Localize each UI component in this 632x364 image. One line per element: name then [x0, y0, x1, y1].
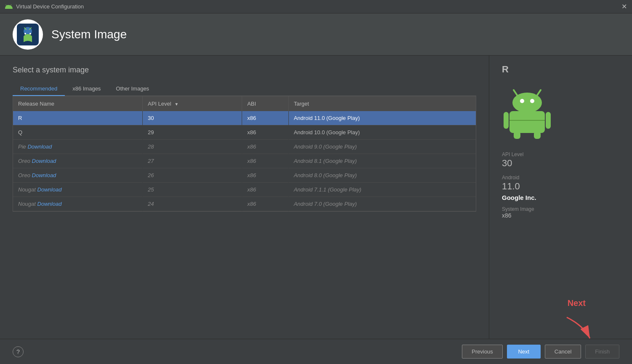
cell-api-1: 29 — [143, 125, 242, 140]
vendor-value: Google Inc. — [502, 194, 536, 201]
sort-arrow-icon: ▼ — [174, 102, 179, 106]
download-link-2[interactable]: Download — [27, 143, 52, 150]
cell-api-4: 26 — [143, 168, 242, 183]
system-image-table: Release Name API Level ▼ ABI Target — [13, 96, 476, 212]
footer-right: Next Previous Next Cancel Finish — [462, 345, 619, 359]
right-panel: R — [489, 56, 632, 339]
footer-left: ? — [13, 346, 24, 357]
cell-target-0: Android 11.0 (Google Play) — [288, 111, 476, 125]
cell-target-2: Android 9.0 (Google Play) — [288, 140, 476, 154]
cancel-button[interactable]: Cancel — [545, 345, 581, 359]
cell-target-4: Android 8.0 (Google Play) — [288, 168, 476, 183]
content-area: Select a system image Recommended x86 Im… — [0, 56, 632, 339]
page-title: System Image — [51, 28, 127, 41]
cell-release-0: R — [13, 111, 143, 125]
release-badge: R — [502, 64, 509, 75]
table-body: R30x86Android 11.0 (Google Play)Q29x86An… — [13, 111, 476, 211]
svg-point-10 — [530, 99, 534, 103]
svg-rect-11 — [509, 111, 545, 133]
tab-x86[interactable]: x86 Images — [65, 82, 108, 96]
section-title: Select a system image — [13, 66, 476, 74]
android-icon — [5, 3, 13, 11]
svg-rect-13 — [546, 112, 551, 129]
cell-api-5: 25 — [143, 183, 242, 197]
tab-recommended[interactable]: Recommended — [13, 82, 65, 96]
title-bar: Virtual Device Configuration ✕ — [0, 0, 632, 13]
cell-target-3: Android 8.1 (Google Play) — [288, 154, 476, 168]
android-robot-icon — [502, 85, 552, 140]
system-image-value: x86 — [502, 212, 512, 219]
download-link-4[interactable]: Download — [32, 172, 56, 178]
cell-abi-2: x86 — [242, 140, 289, 154]
cell-target-6: Android 7.0 (Google Play) — [288, 197, 476, 211]
finish-button[interactable]: Finish — [585, 345, 619, 359]
cell-api-2: 28 — [143, 140, 242, 154]
svg-rect-15 — [534, 131, 541, 139]
cell-api-6: 24 — [143, 197, 242, 211]
cell-abi-5: x86 — [242, 183, 289, 197]
cell-abi-1: x86 — [242, 125, 289, 140]
table-row[interactable]: Oreo Download26x86Android 8.0 (Google Pl… — [13, 168, 476, 183]
cell-release-2: Pie Download — [13, 140, 143, 154]
tab-other[interactable]: Other Images — [108, 82, 157, 96]
svg-point-2 — [24, 33, 26, 35]
table-row[interactable]: Pie Download28x86Android 9.0 (Google Pla… — [13, 140, 476, 154]
help-button[interactable]: ? — [13, 346, 24, 357]
footer: ? Next Previous Next Cancel Finish — [0, 339, 632, 364]
title-bar-text: Virtual Device Configuration — [16, 3, 84, 10]
android-robot-container — [502, 85, 552, 140]
left-panel: Select a system image Recommended x86 Im… — [0, 56, 489, 339]
android-label: Android — [502, 175, 519, 181]
cell-release-4: Oreo Download — [13, 168, 143, 183]
download-link-5[interactable]: Download — [37, 186, 62, 193]
cell-api-0: 30 — [143, 111, 242, 125]
col-target: Target — [288, 96, 476, 111]
table-row[interactable]: Nougat Download25x86Android 7.1.1 (Googl… — [13, 183, 476, 197]
previous-button[interactable]: Previous — [462, 345, 503, 359]
col-abi: ABI — [242, 96, 289, 111]
close-button[interactable]: ✕ — [621, 3, 627, 10]
cell-release-3: Oreo Download — [13, 154, 143, 168]
svg-rect-12 — [504, 112, 509, 129]
api-level-label: API Level — [502, 151, 523, 157]
svg-rect-14 — [514, 131, 520, 139]
cell-api-3: 27 — [143, 154, 242, 168]
system-image-label: System Image — [502, 206, 534, 212]
svg-point-9 — [520, 99, 524, 103]
cell-target-5: Android 7.1.1 (Google Play) — [288, 183, 476, 197]
api-level-value: 30 — [502, 157, 512, 170]
col-api-level[interactable]: API Level ▼ — [143, 96, 242, 111]
cell-release-1: Q — [13, 125, 143, 140]
cell-abi-6: x86 — [242, 197, 289, 211]
table-row[interactable]: Q29x86Android 10.0 (Google Play) — [13, 125, 476, 140]
cell-abi-0: x86 — [242, 111, 289, 125]
header-icon-circle — [13, 19, 43, 50]
table-row[interactable]: R30x86Android 11.0 (Google Play) — [13, 111, 476, 125]
android-value: 11.0 — [502, 181, 520, 193]
svg-point-3 — [29, 33, 31, 35]
cell-abi-4: x86 — [242, 168, 289, 183]
table-header-row: Release Name API Level ▼ ABI Target — [13, 96, 476, 111]
cell-release-6: Nougat Download — [13, 197, 143, 211]
cell-target-1: Android 10.0 (Google Play) — [288, 125, 476, 140]
cell-abi-3: x86 — [242, 154, 289, 168]
header: System Image — [0, 13, 632, 56]
tabs: Recommended x86 Images Other Images — [13, 82, 476, 96]
download-link-3[interactable]: Download — [32, 158, 56, 164]
cell-release-5: Nougat Download — [13, 183, 143, 197]
table-row[interactable]: Nougat Download24x86Android 7.0 (Google … — [13, 197, 476, 211]
download-link-6[interactable]: Download — [37, 201, 62, 207]
col-release-name: Release Name — [13, 96, 143, 111]
next-button[interactable]: Next — [507, 345, 541, 359]
android-studio-icon — [17, 24, 39, 45]
svg-point-8 — [512, 93, 542, 113]
table-row[interactable]: Oreo Download27x86Android 8.1 (Google Pl… — [13, 154, 476, 168]
